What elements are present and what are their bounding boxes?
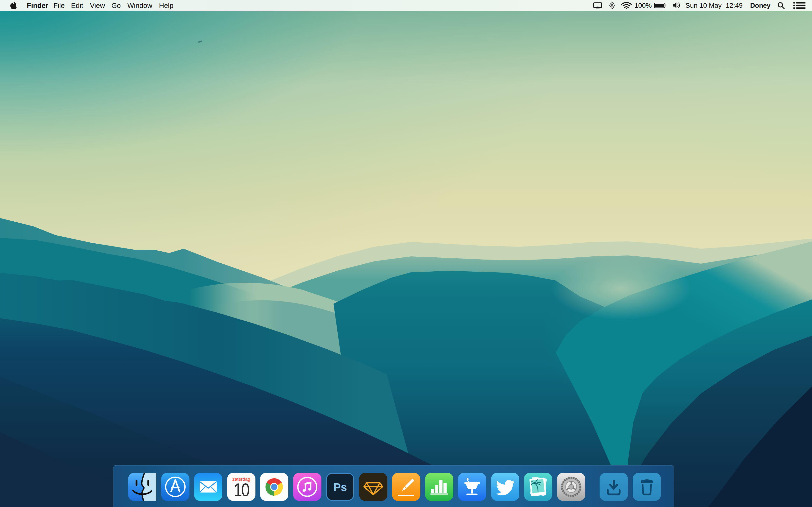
svg-text:Ps: Ps [333, 481, 347, 494]
svg-text:10: 10 [234, 480, 249, 500]
